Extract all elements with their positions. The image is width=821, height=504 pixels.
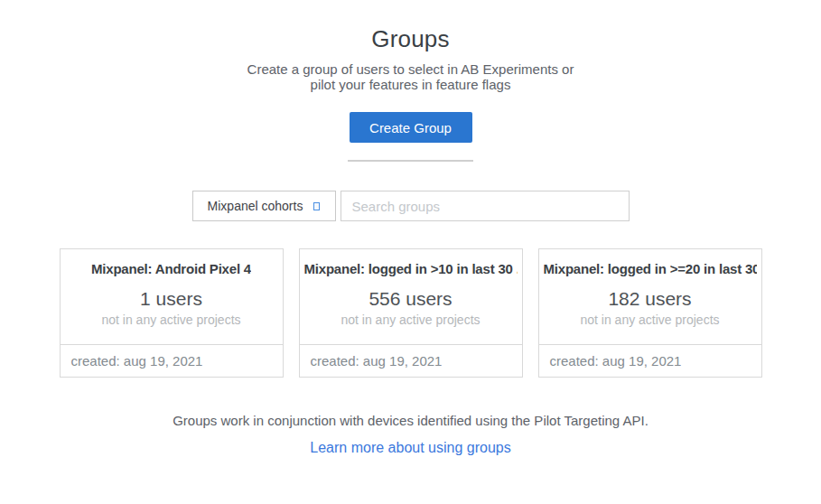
group-card-users-count: 1 users xyxy=(140,288,202,310)
group-card-created: created: aug 19, 2021 xyxy=(61,344,283,377)
page-subtitle-line1: Create a group of users to select in AB … xyxy=(0,61,821,77)
group-card-users-count: 556 users xyxy=(369,288,452,310)
group-card-title: Mixpanel: logged in >10 in last 30 ... xyxy=(304,261,518,276)
page-subtitle-line2: pilot your features in feature flags xyxy=(0,77,821,92)
group-card-status-note: not in any active projects xyxy=(101,313,240,327)
group-card[interactable]: Mixpanel: logged in >10 in last 30 ... 5… xyxy=(299,248,523,378)
filter-row: Mixpanel cohorts xyxy=(0,191,821,221)
cohort-source-select[interactable]: Mixpanel cohorts xyxy=(192,191,336,221)
page-subtitle: Create a group of users to select in AB … xyxy=(0,61,821,92)
group-card[interactable]: Mixpanel: logged in >=20 in last 30... 1… xyxy=(538,248,762,378)
section-divider xyxy=(348,160,473,162)
group-card-users-count: 182 users xyxy=(608,288,691,310)
group-card-body: Mixpanel: logged in >10 in last 30 ... 5… xyxy=(300,249,522,344)
cohort-source-select-value: Mixpanel cohorts xyxy=(208,199,303,213)
learn-more-link[interactable]: Learn more about using groups xyxy=(0,440,821,456)
group-card-title: Mixpanel: Android Pixel 4 xyxy=(91,261,251,276)
group-card-body: Mixpanel: Android Pixel 4 1 users not in… xyxy=(61,249,283,344)
group-cards-row: Mixpanel: Android Pixel 4 1 users not in… xyxy=(0,248,821,378)
box-glyph-icon xyxy=(313,202,320,210)
groups-page: Groups Create a group of users to select… xyxy=(0,25,821,504)
group-card-created: created: aug 19, 2021 xyxy=(539,344,761,377)
footer-note: Groups work in conjunction with devices … xyxy=(0,413,821,428)
group-card-title: Mixpanel: logged in >=20 in last 30... xyxy=(544,261,757,276)
search-groups-input[interactable] xyxy=(341,191,630,221)
group-card[interactable]: Mixpanel: Android Pixel 4 1 users not in… xyxy=(60,248,284,378)
group-card-created: created: aug 19, 2021 xyxy=(300,344,522,377)
group-card-body: Mixpanel: logged in >=20 in last 30... 1… xyxy=(539,249,761,344)
create-group-button[interactable]: Create Group xyxy=(350,112,472,143)
page-title: Groups xyxy=(0,25,821,53)
group-card-status-note: not in any active projects xyxy=(341,313,480,327)
group-card-status-note: not in any active projects xyxy=(580,313,719,327)
